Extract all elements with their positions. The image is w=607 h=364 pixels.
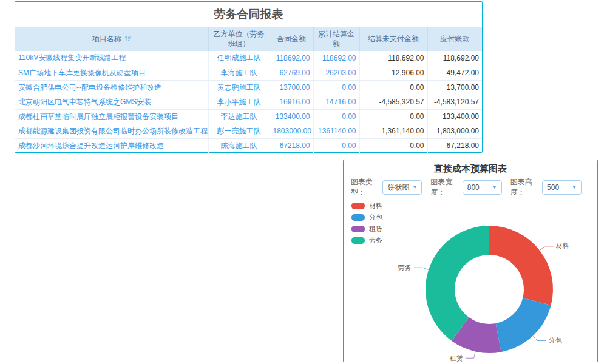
pie-slice[interactable] xyxy=(489,226,553,305)
table-row: SM广场地下车库更换摄像机及硬盘项目李海施工队62769.0026203.001… xyxy=(15,66,482,80)
chevron-down-icon: ▼ xyxy=(412,185,417,189)
table-row: 110kV安徽线程集变开断线路工程任明成施工队118692.00118692.0… xyxy=(15,51,482,66)
legend-item[interactable]: 材料 xyxy=(351,201,382,211)
table-cell: 26203.00 xyxy=(313,66,359,80)
table-cell: 李小平施工队 xyxy=(208,95,270,109)
project-name-cell[interactable]: 安徽合肥供电公司--配电设备检修维护和改造 xyxy=(15,80,208,95)
column-header-label: 项目名称 xyxy=(92,35,121,43)
table-cell: 16916.00 xyxy=(270,95,313,109)
chart-width-value: 800 xyxy=(467,183,480,192)
table-cell: 133400.00 xyxy=(270,109,313,124)
project-name-cell[interactable]: 成都杜甫草堂临时展厅独立展柜报警设备安装项目 xyxy=(15,109,208,124)
table-cell: 13700.00 xyxy=(270,80,313,95)
legend-label: 材料 xyxy=(369,201,382,211)
chart-type-label: 图表类型： xyxy=(351,177,379,198)
table-cell: 李达施工队 xyxy=(208,109,270,124)
project-name-cell[interactable]: 北京朝阳区电气中芯特气系统之GMS安装 xyxy=(15,95,208,109)
project-name-cell[interactable]: SM广场地下车库更换摄像机及硬盘项目 xyxy=(15,66,208,80)
table-cell: 1361140.00 xyxy=(313,124,359,138)
table-row: 成都能源建设集团投资有限公司临时办公场所装修改造工程EPC彭一亮施工队18030… xyxy=(15,124,482,138)
legend-marker xyxy=(351,226,365,232)
table-cell: 1,803,000.00 xyxy=(427,124,482,138)
legend-label: 分包 xyxy=(369,213,382,222)
table-cell: 1,361,140.00 xyxy=(359,124,427,138)
column-header-label: 乙方单位（劳务班组） xyxy=(214,30,265,48)
chart-width-label: 图表宽度： xyxy=(430,177,459,198)
chart-height-value: 500 xyxy=(547,183,559,192)
project-name-cell[interactable]: 成都沙河环境综合提升改造运河护岸维修改造 xyxy=(15,138,208,153)
column-header[interactable]: 结算未支付金额 xyxy=(359,27,427,51)
legend-label: 租赁 xyxy=(369,224,382,234)
labor-contract-report-panel: 劳务合同报表 项目名称乙方单位（劳务班组）合同金额累计结算金额结算未支付金额应付… xyxy=(15,1,483,153)
table-cell: 0.00 xyxy=(313,109,359,124)
chart-height-select[interactable]: 500 ▼ xyxy=(542,180,582,195)
table-cell: 118692.00 xyxy=(270,51,313,66)
column-header[interactable]: 累计结算金额 xyxy=(313,27,359,51)
table-cell: 黄志鹏施工队 xyxy=(208,80,270,95)
pie-label-leader-line xyxy=(540,246,554,251)
column-header-label: 结算未支付金额 xyxy=(368,35,419,43)
table-cell: 0.00 xyxy=(359,138,427,153)
table-cell: 14716.00 xyxy=(313,95,359,109)
chart-type-select[interactable]: 饼状图 ▼ xyxy=(382,180,422,195)
column-header[interactable]: 应付账款 xyxy=(427,27,482,51)
pie-label-leader-line xyxy=(533,336,546,341)
table-cell: 62769.00 xyxy=(270,66,313,80)
chart-width-select[interactable]: 800 ▼ xyxy=(463,180,502,195)
labor-contract-table: 项目名称乙方单位（劳务班组）合同金额累计结算金额结算未支付金额应付账款 110k… xyxy=(15,27,482,153)
table-cell: 李海施工队 xyxy=(208,66,270,80)
chart-title: 直接成本预算图表 xyxy=(344,160,597,177)
table-cell: 13,700.00 xyxy=(427,80,482,95)
table-cell: 0.00 xyxy=(313,138,359,153)
table-cell: 49,472.00 xyxy=(427,66,482,80)
table-cell: 12,906.00 xyxy=(359,66,427,80)
table-cell: -4,585,320.57 xyxy=(359,95,427,109)
project-name-cell[interactable]: 110kV安徽线程集变开断线路工程 xyxy=(15,51,208,66)
chart-type-value: 饼状图 xyxy=(387,183,409,193)
column-header[interactable]: 乙方单位（劳务班组） xyxy=(208,27,270,51)
donut-chart: 材料分包租赁劳务 材料分包租赁劳务 xyxy=(344,198,597,362)
legend-marker xyxy=(351,237,365,244)
table-row: 安徽合肥供电公司--配电设备检修维护和改造黄志鹏施工队13700.000.000… xyxy=(15,80,482,95)
table-cell: 118692.00 xyxy=(313,51,359,66)
pie-label: 分包 xyxy=(548,337,562,344)
legend-label: 劳务 xyxy=(369,236,382,245)
chart-controls: 图表类型： 饼状图 ▼ 图表宽度： 800 ▼ 图表高度： 500 ▼ xyxy=(344,177,597,198)
column-header-label: 合同金额 xyxy=(277,35,306,43)
chevron-down-icon: ▼ xyxy=(572,185,577,189)
table-header-row: 项目名称乙方单位（劳务班组）合同金额累计结算金额结算未支付金额应付账款 xyxy=(15,27,482,51)
chevron-down-icon: ▼ xyxy=(492,185,497,189)
legend-item[interactable]: 租赁 xyxy=(351,224,382,234)
table-cell: 陈海施工队 xyxy=(208,138,270,153)
legend-marker xyxy=(351,203,365,209)
cost-budget-chart-panel: 直接成本预算图表 图表类型： 饼状图 ▼ 图表宽度： 800 ▼ 图表高度： 5… xyxy=(343,160,598,362)
table-cell: 118,692.00 xyxy=(359,51,427,66)
column-header-label: 应付账款 xyxy=(440,35,469,43)
table-row: 北京朝阳区电气中芯特气系统之GMS安装李小平施工队16916.0014716.0… xyxy=(15,95,482,109)
table-cell: 任明成施工队 xyxy=(208,51,270,66)
report-title: 劳务合同报表 xyxy=(15,2,482,27)
table-cell: 1803000.00 xyxy=(270,124,313,138)
column-header[interactable]: 项目名称 xyxy=(15,27,208,51)
pie-slice[interactable] xyxy=(496,298,551,352)
pie-label: 租赁 xyxy=(450,354,463,362)
legend-item[interactable]: 分包 xyxy=(351,213,382,222)
table-cell: 0.00 xyxy=(359,109,427,124)
table-cell: -4,583,120.57 xyxy=(427,95,482,109)
project-name-cell[interactable]: 成都能源建设集团投资有限公司临时办公场所装修改造工程EPC xyxy=(15,124,208,138)
column-header[interactable]: 合同金额 xyxy=(270,27,313,51)
legend-item[interactable]: 劳务 xyxy=(351,236,382,245)
pie-label: 材料 xyxy=(556,242,569,249)
table-cell: 67,218.00 xyxy=(427,138,482,153)
table-cell: 67218.00 xyxy=(270,138,313,153)
table-cell: 彭一亮施工队 xyxy=(208,124,270,138)
chart-height-label: 图表高度： xyxy=(510,177,539,198)
column-header-label: 累计结算金额 xyxy=(318,30,354,48)
pie-label-leader-line xyxy=(466,351,475,358)
pie-label-leader-line xyxy=(414,268,429,269)
table-cell: 133,400.00 xyxy=(427,109,482,124)
table-cell: 118,692.00 xyxy=(427,51,482,66)
pie-label: 劳务 xyxy=(398,264,412,271)
table-cell: 0.00 xyxy=(313,80,359,95)
sort-icon[interactable] xyxy=(124,35,131,42)
